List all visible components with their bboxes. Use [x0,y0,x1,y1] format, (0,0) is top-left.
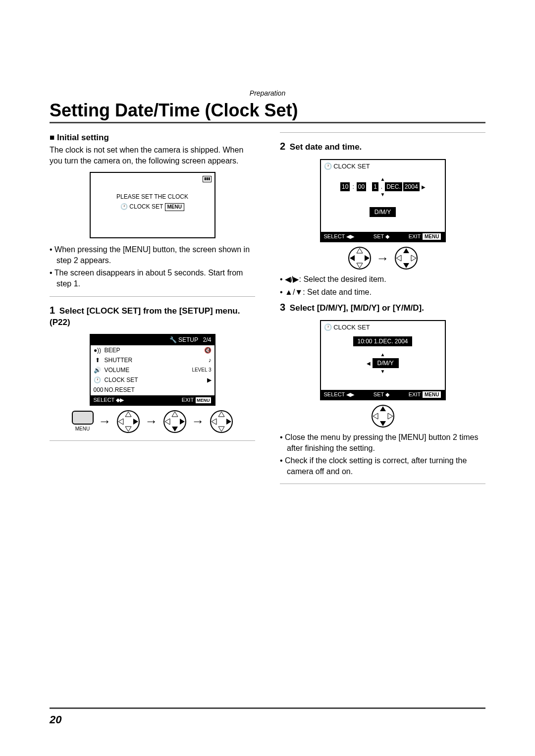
setup-menu-screen: 🔧 SETUP 2/4 ●))BEEP🔇 ⬆SHUTTER♪ 🔊VOLUMELE… [90,334,215,405]
clock-set-screen-1: 🕐 CLOCK SET ▲ 10:00 1.DEC.2004 ▶ ▼ D/M/Y… [320,159,446,242]
step-text: Select [CLOCK SET] from the [SETUP] menu… [50,306,240,327]
step-number: 1 [50,305,55,316]
control-sequence: MENU → → → [50,410,255,433]
step-text: Select [D/M/Y], [M/D/Y] or [Y/M/D]. [290,303,424,313]
footer-rule [50,707,485,709]
format-row: D/M/Y [370,207,396,217]
field-month: DEC. [385,182,402,191]
arrow-icon: → [376,250,389,267]
screen1-line1: PLEASE SET THE CLOCK [98,193,208,201]
menu-button-graphic [72,411,94,425]
reset-icon: 000 [94,386,102,394]
bullet: Check if the clock setting is correct, a… [287,455,485,477]
beep-icon: ●)) [94,346,102,354]
bullet: When pressing the [MENU] button, the scr… [56,244,255,266]
cs-title: CLOCK SET [333,162,370,170]
arrow-icon: → [192,413,205,430]
battery-icon: ▮▮▮ [203,176,212,182]
control-sequence: → [280,246,485,270]
updown-icon: ◆▶ [116,397,124,403]
foot-exit: EXIT [409,233,421,239]
shutter-icon: ⬆ [94,356,102,364]
wrench-icon: 🔧 [169,336,177,343]
dpad-down-right-icon [163,410,187,433]
step-3: 3 Select [D/M/Y], [M/D/Y] or [Y/M/D]. [280,301,485,314]
foot-select: SELECT [94,397,115,403]
bullet: ▲/▼: Set date and time. [287,287,485,298]
field-day: 1 [372,182,378,191]
chevron-right-icon: ▶ [207,376,212,384]
step-number: 3 [280,302,285,313]
clock-icon: 🕐 [324,324,332,331]
page-number: 20 [50,713,61,726]
foot-select: SELECT [324,391,345,397]
foot-set: SET [374,391,384,397]
section-label: Preparation [50,89,485,97]
row-beep: BEEP [105,346,120,354]
left-bullets-1: When pressing the [MENU] button, the scr… [50,244,255,289]
foot-set: SET [374,233,384,239]
right-column: 2 Set date and time. 🕐 CLOCK SET ▲ 10:00… [280,132,485,491]
down-triangle-icon: ▼ [324,191,442,198]
format-row: D/M/Y [373,358,399,368]
divider [50,296,255,297]
step-2: 2 Set date and time. [280,140,485,153]
bullet: ◀/▶: Select the desired item. [287,274,485,285]
arrow-icon: → [99,413,111,430]
foot-exit: EXIT [182,397,194,403]
dpad-right-icon [210,410,233,433]
manual-page: Preparation Setting Date/Time (Clock Set… [0,0,535,756]
dpad-ud-icon [394,246,418,270]
up-triangle-icon: ▲ [324,351,442,358]
screen1-line2: CLOCK SET [129,203,163,210]
row-volume-val: LEVEL 3 [192,367,211,374]
subheading-initial: Initial setting [50,132,255,144]
menu-badge: MENU [165,203,184,211]
control-sequence [280,404,485,428]
right-bullets: Close the menu by pressing the [MENU] bu… [280,432,485,477]
row-shutter: SHUTTER [105,356,133,364]
field-year: 2004 [403,182,420,191]
right-triangle-icon: ▶ [422,184,426,190]
foot-exit: EXIT [409,391,421,397]
shutter-val-icon: ♪ [209,356,212,364]
step-number: 2 [280,141,285,152]
screen-please-set-clock: ▮▮▮ PLEASE SET THE CLOCK 🕐 CLOCK SET MEN… [90,172,215,238]
bullet: Close the menu by pressing the [MENU] bu… [287,432,485,453]
left-column: Initial setting The clock is not set whe… [50,132,255,491]
dpad-right-icon [116,410,140,433]
menu-badge: MENU [422,391,441,399]
up-triangle-icon: ▲ [324,176,442,183]
left-triangle-icon: ◀ [367,361,371,366]
row-clockset: CLOCK SET [105,376,138,384]
arrow-icon: → [145,413,158,430]
divider [50,440,255,441]
setup-label: SETUP [178,336,198,343]
row-volume: VOLUME [105,366,130,374]
page-title: Setting Date/Time (Clock Set) [50,100,485,123]
step-1: 1 Select [CLOCK SET] from the [SETUP] me… [50,304,255,328]
foot-select: SELECT [324,233,345,239]
clock-set-screen-2: 🕐 CLOCK SET 10:00 1.DEC. 2004 ▲ ◀ D/M/Y … [320,320,446,400]
divider [280,484,485,484]
menu-badge: MENU [422,233,441,241]
clock-icon: 🕐 [120,203,128,210]
divider [280,132,485,133]
datetime-line: 10:00 1.DEC. 2004 [353,336,412,346]
menu-button-label: MENU [72,426,94,432]
mute-icon: 🔇 [204,346,212,354]
field-minute: 00 [357,182,366,191]
volume-icon: 🔊 [94,366,102,374]
menu-badge: MENU [195,397,212,404]
clock-icon: 🕐 [324,162,332,170]
intro-text: The clock is not set when the camera is … [50,145,255,166]
down-triangle-icon: ▼ [324,368,442,375]
step-text: Set date and time. [290,142,362,152]
cs-title: CLOCK SET [333,324,370,331]
cs1-bullets: ◀/▶: Select the desired item. ▲/▼: Set d… [280,274,485,297]
bullet: The screen disappears in about 5 seconds… [56,268,255,289]
field-hour: 10 [340,182,350,191]
dpad-lr-icon [348,246,372,270]
page-indicator: 2/4 [203,336,212,343]
clock-icon: 🕐 [94,376,102,384]
